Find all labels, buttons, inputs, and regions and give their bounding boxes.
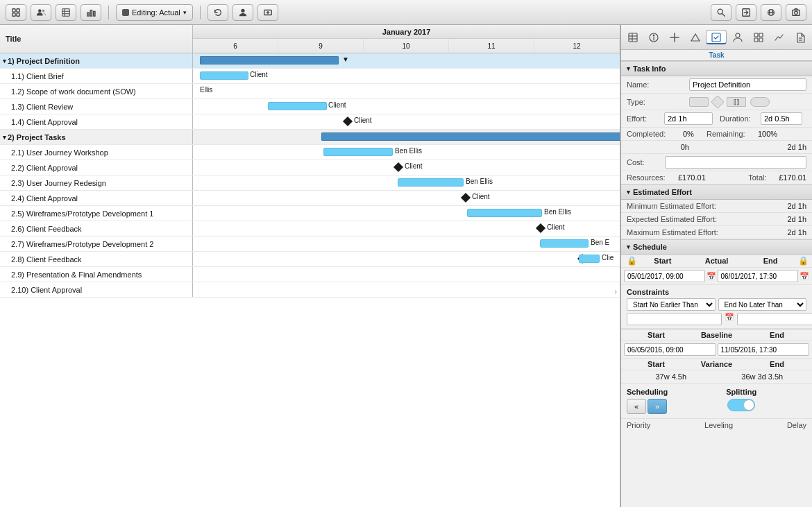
separator-1: [108, 6, 109, 19]
duration-input[interactable]: [761, 112, 802, 125]
table-row[interactable]: 2.10) Client Approval ›: [0, 282, 620, 298]
type-bracket-button[interactable]: ⟦⟧: [727, 97, 746, 107]
constraint-end-select[interactable]: End No Later Than: [718, 298, 807, 311]
day-10: 10: [364, 39, 449, 53]
two-d-one-h: 2d 1h: [787, 143, 806, 151]
tab-grid2[interactable]: [749, 31, 768, 44]
svg-rect-6: [62, 8, 70, 16]
table-row[interactable]: 2.6) Client Feedback Client: [0, 221, 620, 237]
scroll-right-hint[interactable]: ›: [614, 287, 617, 295]
svg-point-5: [42, 9, 45, 12]
assign-button[interactable]: [232, 4, 253, 21]
split-toggle[interactable]: [727, 399, 755, 411]
lock-icon-left: 🔒: [627, 256, 635, 266]
expand-icon-1[interactable]: ▾: [3, 58, 6, 65]
table-row[interactable]: ▾ 2) Project Tasks ▼: [0, 130, 620, 145]
share-button[interactable]: [736, 4, 756, 21]
constraint-cal-left[interactable]: 📅: [725, 313, 734, 325]
constraints-section: Constraints Start No Earlier Than End No…: [621, 285, 812, 329]
type-label: Type:: [627, 98, 689, 106]
cal-icon-end[interactable]: 📅: [800, 272, 809, 281]
resources-label: Resources:: [627, 173, 675, 182]
split-knob: [743, 399, 754, 411]
app-menu-button[interactable]: [6, 4, 26, 21]
actual-end-input[interactable]: [718, 270, 799, 282]
effort-input[interactable]: [664, 112, 713, 125]
undo-button[interactable]: [208, 4, 228, 21]
action-button[interactable]: [257, 4, 278, 21]
task-label-2-2: 2.2) Client Approval: [11, 164, 78, 172]
cal-icon-start[interactable]: 📅: [707, 272, 716, 281]
svg-point-15: [718, 9, 722, 14]
table-row[interactable]: 1.1) Client Brief Client: [0, 69, 620, 84]
grid-view-button[interactable]: [56, 4, 76, 21]
scheduling-back-button[interactable]: «: [627, 399, 646, 414]
baseline-start-input[interactable]: [624, 343, 716, 356]
milestone-diamond-2-2: [394, 162, 403, 172]
table-row[interactable]: 2.2) Client Approval Client: [0, 160, 620, 175]
scheduling-sub: Scheduling « »: [627, 388, 668, 414]
svg-point-4: [38, 9, 41, 12]
table-row[interactable]: 1.4) Client Approval Client: [0, 114, 620, 130]
constraints-dates-row: 📅 📅: [627, 313, 806, 325]
estimated-effort-section-header[interactable]: ▾ Estimated Effort: [621, 184, 812, 200]
delay-label: Delay: [787, 421, 806, 429]
editing-mode-selector[interactable]: Editing: Actual ▾: [116, 4, 193, 21]
panel-icon-tabs: [621, 25, 812, 50]
type-diamond-button[interactable]: [711, 95, 725, 109]
table-row[interactable]: 1.2) Scope of work document (SOW) Ellis: [0, 84, 620, 99]
table-row[interactable]: 2.8) Client Feedback Clie: [0, 252, 620, 267]
network-button[interactable]: [761, 4, 781, 21]
table-row[interactable]: 2.5) Wireframes/Prototype Development 1 …: [0, 206, 620, 221]
tab-triangle[interactable]: [686, 31, 705, 44]
people-button[interactable]: [31, 4, 51, 21]
max-effort-label: Maximum Estimated Effort:: [627, 228, 772, 237]
tab-resource[interactable]: [728, 31, 747, 44]
svg-point-13: [241, 8, 244, 12]
schedule-triangle-icon: ▾: [627, 243, 630, 250]
type-rect-button[interactable]: [689, 97, 709, 107]
table-row[interactable]: 2.3) User Journey Redesign Ben Ellis: [0, 175, 620, 191]
constraints-title: Constraints: [627, 288, 806, 296]
svg-rect-33: [754, 33, 758, 37]
right-panel: Task ▾ Task Info Name: Type: ⟦⟧ Effort: …: [620, 25, 812, 507]
schedule-section-header[interactable]: ▾ Schedule: [621, 239, 812, 255]
task-info-section-header[interactable]: ▾ Task Info: [621, 61, 812, 76]
gantt-date-header: January 2017 6 9 10 11 12: [193, 25, 620, 53]
constraint-start-select[interactable]: Start No Earlier Than: [627, 298, 716, 311]
task-title-2-7: 2.7) Wireframes/Prototype Development 2: [0, 237, 193, 251]
task-title-1-2: 1.2) Scope of work document (SOW): [0, 84, 193, 98]
baseline-end-input[interactable]: [718, 343, 810, 356]
chart-view-button[interactable]: [81, 4, 101, 21]
table-row[interactable]: 2.9) Presentation & Final Amendments: [0, 267, 620, 282]
priority-label: Priority: [627, 421, 650, 429]
magnify-button[interactable]: [711, 4, 731, 21]
svg-point-32: [736, 33, 740, 37]
tab-info[interactable]: [644, 31, 663, 44]
name-input[interactable]: [689, 78, 806, 91]
editing-mode-label: Editing: Actual: [132, 8, 180, 17]
table-row[interactable]: 2.7) Wireframes/Prototype Development 2 …: [0, 237, 620, 252]
cost-input[interactable]: [665, 156, 806, 169]
scheduling-forward-button[interactable]: »: [648, 399, 667, 414]
task-bar-area-1-2: Ellis: [193, 84, 620, 98]
tab-table[interactable]: [623, 31, 643, 44]
constraint-end-date[interactable]: [737, 313, 812, 325]
type-wavy-button[interactable]: [750, 97, 770, 107]
expand-icon-2[interactable]: ▾: [3, 134, 6, 141]
tab-chart2[interactable]: [770, 31, 789, 44]
tab-add[interactable]: [665, 31, 684, 44]
leveling-label: Leveling: [704, 421, 733, 429]
splitting-sub: Splitting: [676, 388, 806, 411]
effort-label: Effort:: [627, 114, 661, 123]
table-row[interactable]: 1.3) Client Review Client: [0, 99, 620, 114]
constraint-start-date[interactable]: [627, 313, 722, 325]
table-row[interactable]: ▾ 1) Project Definition ▼: [0, 53, 620, 69]
tab-task[interactable]: [706, 30, 727, 44]
task-label-1-1: 1.1) Client Brief: [11, 72, 64, 80]
actual-start-input[interactable]: [624, 270, 705, 282]
table-row[interactable]: 2.4) Client Approval Client: [0, 191, 620, 206]
tab-doc[interactable]: [790, 31, 810, 44]
table-row[interactable]: 2.1) User Journey Workshop Ben Ellis: [0, 145, 620, 160]
camera-button[interactable]: [786, 4, 806, 21]
